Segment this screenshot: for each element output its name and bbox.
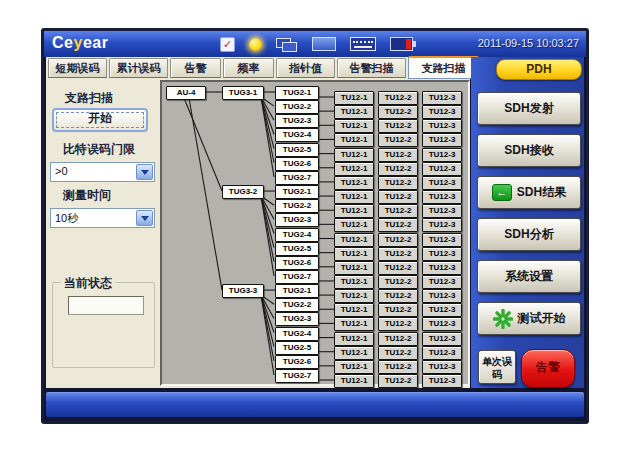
tree-node-tu12-1[interactable]: TU12-1	[334, 233, 374, 247]
tree-node-tu12-2[interactable]: TU12-2	[378, 133, 418, 147]
threshold-select[interactable]: >0	[50, 162, 155, 182]
tree-node-tug2-6[interactable]: TUG2-6	[275, 256, 319, 270]
tree-node-tu12-3[interactable]: TU12-3	[422, 317, 462, 331]
tree-node-tu12-2[interactable]: TU12-2	[378, 247, 418, 261]
tree-node-tu12-3[interactable]: TU12-3	[422, 247, 462, 261]
tree-node-tu12-1[interactable]: TU12-1	[334, 91, 374, 105]
tree-node-tu12-3[interactable]: TU12-3	[422, 190, 462, 204]
tree-node-tu12-1[interactable]: TU12-1	[334, 105, 374, 119]
tree-node-tu12-3[interactable]: TU12-3	[422, 261, 462, 275]
tree-node-tu12-1[interactable]: TU12-1	[334, 360, 374, 374]
tree-node-tug2-6[interactable]: TUG2-6	[275, 355, 319, 369]
tree-node-tu12-3[interactable]: TU12-3	[422, 204, 462, 218]
tree-node-tu12-3[interactable]: TU12-3	[422, 374, 462, 388]
tree-node-tu12-3[interactable]: TU12-3	[422, 218, 462, 232]
alarm-button[interactable]: 告警	[521, 349, 575, 388]
tree-node-tu12-1[interactable]: TU12-1	[334, 218, 374, 232]
tree-node-tu12-2[interactable]: TU12-2	[378, 204, 418, 218]
tree-node-tu12-1[interactable]: TU12-1	[334, 346, 374, 360]
cascade-windows-icon[interactable]	[276, 38, 298, 51]
tab-指针值[interactable]: 指针值	[276, 58, 335, 78]
tree-node-tug2-2[interactable]: TUG2-2	[275, 100, 319, 114]
tree-node-tu12-1[interactable]: TU12-1	[334, 162, 374, 176]
tree-node-tug2-3[interactable]: TUG2-3	[275, 213, 319, 227]
sidebar-button-系统设置[interactable]: 系统设置	[477, 260, 581, 293]
tree-node-tu12-3[interactable]: TU12-3	[422, 289, 462, 303]
tree-node-tu12-3[interactable]: TU12-3	[422, 275, 462, 289]
tree-node-tu12-2[interactable]: TU12-2	[378, 374, 418, 388]
tree-node-tu12-1[interactable]: TU12-1	[334, 317, 374, 331]
tab-告警[interactable]: 告警	[170, 58, 221, 78]
tree-node-tu12-2[interactable]: TU12-2	[378, 148, 418, 162]
window-icon[interactable]	[312, 37, 336, 51]
tree-node-tu12-1[interactable]: TU12-1	[334, 289, 374, 303]
tree-node-tu12-3[interactable]: TU12-3	[422, 133, 462, 147]
tree-node-tu12-2[interactable]: TU12-2	[378, 218, 418, 232]
tree-node-tug2-5[interactable]: TUG2-5	[275, 242, 319, 256]
chevron-down-icon[interactable]	[136, 164, 153, 180]
tree-node-tug3-2[interactable]: TUG3-2	[222, 185, 264, 199]
tree-node-tu12-2[interactable]: TU12-2	[378, 275, 418, 289]
chevron-down-icon[interactable]	[136, 210, 153, 226]
tree-node-tug2-5[interactable]: TUG2-5	[275, 341, 319, 355]
tree-node-tu12-2[interactable]: TU12-2	[378, 190, 418, 204]
tree-node-tu12-3[interactable]: TU12-3	[422, 119, 462, 133]
tree-node-tu12-2[interactable]: TU12-2	[378, 176, 418, 190]
tree-node-tug2-3[interactable]: TUG2-3	[275, 114, 319, 128]
tree-node-tug2-2[interactable]: TUG2-2	[275, 199, 319, 213]
tree-node-tu12-2[interactable]: TU12-2	[378, 289, 418, 303]
tree-node-tu12-1[interactable]: TU12-1	[334, 332, 374, 346]
tree-node-tu12-3[interactable]: TU12-3	[422, 91, 462, 105]
tree-node-au-4[interactable]: AU-4	[166, 86, 206, 100]
single-error-button[interactable]: 单次误码	[478, 350, 516, 384]
tree-node-tu12-3[interactable]: TU12-3	[422, 346, 462, 360]
tree-node-tug2-1[interactable]: TUG2-1	[275, 185, 319, 199]
tree-node-tu12-3[interactable]: TU12-3	[422, 360, 462, 374]
sidebar-button-SDH结果[interactable]: ←SDH结果	[477, 176, 581, 209]
tree-node-tug2-1[interactable]: TUG2-1	[275, 284, 319, 298]
tree-node-tug2-5[interactable]: TUG2-5	[275, 143, 319, 157]
tree-node-tug2-6[interactable]: TUG2-6	[275, 157, 319, 171]
tree-node-tu12-2[interactable]: TU12-2	[378, 332, 418, 346]
tree-node-tug2-2[interactable]: TUG2-2	[275, 298, 319, 312]
tree-node-tu12-3[interactable]: TU12-3	[422, 303, 462, 317]
tree-node-tu12-2[interactable]: TU12-2	[378, 105, 418, 119]
sidebar-button-SDH分析[interactable]: SDH分析	[477, 218, 581, 251]
tree-node-tu12-1[interactable]: TU12-1	[334, 275, 374, 289]
tree-node-tu12-2[interactable]: TU12-2	[378, 162, 418, 176]
tab-频率[interactable]: 频率	[223, 58, 274, 78]
tree-node-tu12-2[interactable]: TU12-2	[378, 317, 418, 331]
tree-node-tug2-7[interactable]: TUG2-7	[275, 369, 319, 383]
tree-node-tu12-1[interactable]: TU12-1	[334, 261, 374, 275]
keyboard-icon[interactable]	[350, 37, 376, 51]
tree-node-tu12-1[interactable]: TU12-1	[334, 119, 374, 133]
tree-node-tu12-1[interactable]: TU12-1	[334, 148, 374, 162]
start-button[interactable]: 开始	[52, 108, 148, 132]
tree-node-tu12-3[interactable]: TU12-3	[422, 105, 462, 119]
tree-node-tug2-4[interactable]: TUG2-4	[275, 228, 319, 242]
tree-node-tug2-7[interactable]: TUG2-7	[275, 270, 319, 284]
tree-node-tu12-1[interactable]: TU12-1	[334, 190, 374, 204]
tree-node-tu12-3[interactable]: TU12-3	[422, 162, 462, 176]
tree-node-tu12-2[interactable]: TU12-2	[378, 91, 418, 105]
tree-node-tu12-3[interactable]: TU12-3	[422, 332, 462, 346]
tree-node-tug3-3[interactable]: TUG3-3	[222, 284, 264, 298]
tree-node-tu12-2[interactable]: TU12-2	[378, 261, 418, 275]
tree-node-tu12-3[interactable]: TU12-3	[422, 148, 462, 162]
sidebar-button-SDH发射[interactable]: SDH发射	[477, 92, 581, 125]
tree-node-tu12-2[interactable]: TU12-2	[378, 360, 418, 374]
check-icon[interactable]: ✓	[220, 37, 235, 52]
duration-select[interactable]: 10秒	[50, 208, 155, 228]
tree-node-tu12-3[interactable]: TU12-3	[422, 176, 462, 190]
tree-node-tug2-4[interactable]: TUG2-4	[275, 327, 319, 341]
pdh-button[interactable]: PDH	[496, 59, 582, 80]
tree-node-tu12-1[interactable]: TU12-1	[334, 133, 374, 147]
sidebar-button-测试开始[interactable]: 测试开始	[477, 302, 581, 335]
tree-node-tug2-1[interactable]: TUG2-1	[275, 86, 319, 100]
tree-node-tu12-1[interactable]: TU12-1	[334, 374, 374, 388]
tree-node-tu12-1[interactable]: TU12-1	[334, 176, 374, 190]
battery-icon[interactable]	[390, 37, 413, 51]
tree-node-tu12-2[interactable]: TU12-2	[378, 346, 418, 360]
tree-node-tu12-1[interactable]: TU12-1	[334, 303, 374, 317]
tab-支路扫描[interactable]: 支路扫描	[408, 56, 479, 79]
